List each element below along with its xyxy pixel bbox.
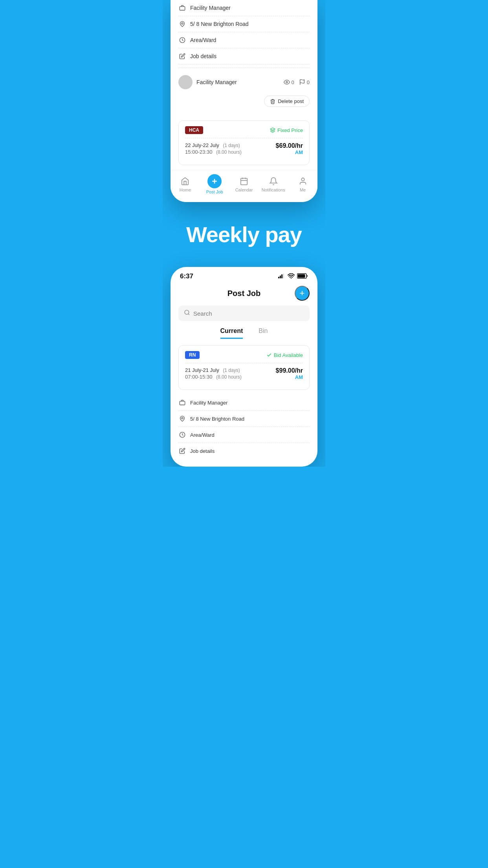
- screen-title: Post Job: [193, 289, 295, 298]
- nav-me[interactable]: Me: [291, 176, 315, 192]
- rn-facility-label: Facility Manager: [190, 400, 227, 406]
- clock-icon: [178, 36, 186, 44]
- delete-post-label: Delete post: [278, 98, 304, 104]
- info-row-ward: Area/Ward: [178, 32, 310, 48]
- top-phone-mockup: Facility Manager 5/ 8 New Brighton Road …: [171, 0, 317, 202]
- rn-time: 07:00-15:30 (8.00 hours): [185, 374, 242, 380]
- svg-rect-13: [280, 276, 281, 278]
- svg-point-1: [182, 23, 183, 24]
- rn-pencil-icon: [178, 447, 186, 455]
- plus-icon: [207, 174, 222, 188]
- calendar-icon: [239, 176, 249, 186]
- nav-calendar[interactable]: Calendar: [232, 176, 256, 192]
- search-input[interactable]: [193, 310, 304, 317]
- bottom-phone-mockup: 6:37 Post Job + Current Bin: [171, 267, 317, 467]
- rn-date: 21 July-21 July (1 days): [185, 367, 242, 373]
- hca-badge: HCA: [185, 126, 203, 134]
- svg-rect-0: [180, 7, 185, 10]
- status-bar: 6:37: [171, 267, 317, 283]
- hca-job-card: HCA Fixed Price 22 July-22 July (1 days)…: [178, 120, 310, 165]
- nav-post-job-label: Post Job: [206, 189, 223, 194]
- delete-post-button[interactable]: Delete post: [264, 96, 310, 107]
- signal-icon: [278, 274, 285, 280]
- svg-point-16: [291, 278, 292, 278]
- pencil-icon: [178, 52, 186, 60]
- rn-card-header: RN Bid Available: [185, 351, 303, 359]
- location-icon: [178, 20, 186, 28]
- rn-shift: AM: [276, 374, 303, 380]
- search-icon: [184, 309, 190, 317]
- screen-header: Post Job +: [171, 283, 317, 305]
- rn-rate: $99.00/hr: [276, 367, 303, 374]
- nav-notifications[interactable]: Notifications: [262, 176, 285, 192]
- hca-time: 15:00-23:30 (8.00 hours): [185, 149, 242, 155]
- info-row-details: Job details: [178, 48, 310, 64]
- bid-available-label: Bid Available: [266, 352, 303, 358]
- svg-line-20: [188, 314, 189, 315]
- rn-ward-label: Area/Ward: [190, 432, 215, 438]
- home-icon: [180, 176, 190, 186]
- svg-rect-15: [283, 274, 284, 278]
- poster-left: Facility Manager: [178, 75, 237, 89]
- rn-job-details-label: Job details: [190, 448, 215, 454]
- svg-point-19: [185, 310, 189, 314]
- nav-notifications-label: Notifications: [262, 188, 285, 192]
- svg-rect-7: [241, 178, 248, 185]
- poster-avatar: [178, 75, 193, 89]
- info-row-address: 5/ 8 New Brighton Road: [178, 16, 310, 32]
- views-stat: 0: [284, 79, 294, 85]
- svg-point-3: [286, 81, 288, 83]
- status-icons: [278, 273, 308, 280]
- hca-rate: $69.00/hr: [276, 142, 303, 149]
- nav-post-job[interactable]: Post Job: [203, 174, 226, 194]
- nav-home[interactable]: Home: [173, 176, 197, 192]
- nav-home-label: Home: [180, 188, 191, 192]
- tab-current[interactable]: Current: [220, 327, 243, 339]
- svg-rect-14: [281, 274, 283, 278]
- ward-label: Area/Ward: [190, 37, 216, 43]
- svg-point-22: [182, 417, 183, 419]
- svg-rect-18: [298, 274, 305, 278]
- briefcase-icon: [178, 4, 186, 12]
- svg-point-11: [301, 178, 304, 181]
- rn-schedule-left: 21 July-21 July (1 days) 07:00-15:30 (8.…: [185, 367, 242, 380]
- comments-stat: 0: [299, 79, 310, 85]
- add-job-button[interactable]: +: [295, 286, 310, 301]
- tab-bin[interactable]: Bin: [259, 327, 268, 339]
- status-time: 6:37: [180, 272, 193, 280]
- svg-rect-12: [278, 277, 279, 278]
- poster-row: Facility Manager 0 0: [178, 71, 310, 93]
- poster-stats: 0 0: [284, 79, 310, 85]
- bell-icon: [268, 176, 279, 186]
- hca-schedule-right: $69.00/hr AM: [276, 142, 303, 155]
- hca-date: 22 July-22 July (1 days): [185, 142, 242, 148]
- search-bar[interactable]: [178, 305, 310, 321]
- tabs-row: Current Bin: [171, 327, 317, 339]
- fixed-price-label: Fixed Price: [270, 127, 303, 133]
- nav-me-label: Me: [300, 188, 306, 192]
- rn-info-address: 5/ 8 New Brighton Road: [178, 411, 310, 427]
- hca-card-header: HCA Fixed Price: [185, 126, 303, 134]
- address-label: 5/ 8 New Brighton Road: [190, 21, 249, 27]
- comments-count: 0: [307, 79, 310, 85]
- views-count: 0: [292, 79, 294, 85]
- rn-location-icon: [178, 415, 186, 423]
- hca-schedule-left: 22 July-22 July (1 days) 15:00-23:30 (8.…: [185, 142, 242, 155]
- weekly-pay-section: Weekly pay: [163, 202, 325, 267]
- rn-clock-icon: [178, 431, 186, 439]
- rn-schedule: 21 July-21 July (1 days) 07:00-15:30 (8.…: [185, 363, 303, 384]
- hca-schedule: 22 July-22 July (1 days) 15:00-23:30 (8.…: [185, 138, 303, 159]
- rn-badge: RN: [185, 351, 200, 359]
- wifi-icon: [288, 273, 295, 280]
- info-row-facility: Facility Manager: [178, 0, 310, 16]
- job-details-label: Job details: [190, 53, 216, 59]
- battery-icon: [297, 273, 308, 280]
- rn-briefcase-icon: [178, 399, 186, 406]
- weekly-pay-title: Weekly pay: [171, 222, 317, 247]
- rn-info-ward: Area/Ward: [178, 427, 310, 443]
- hca-shift: AM: [276, 149, 303, 155]
- bottom-nav: Home Post Job Calendar Notifications Me: [171, 170, 317, 202]
- delete-post-row: Delete post: [178, 93, 310, 112]
- facility-manager-label: Facility Manager: [190, 5, 231, 11]
- rn-schedule-right: $99.00/hr AM: [276, 367, 303, 380]
